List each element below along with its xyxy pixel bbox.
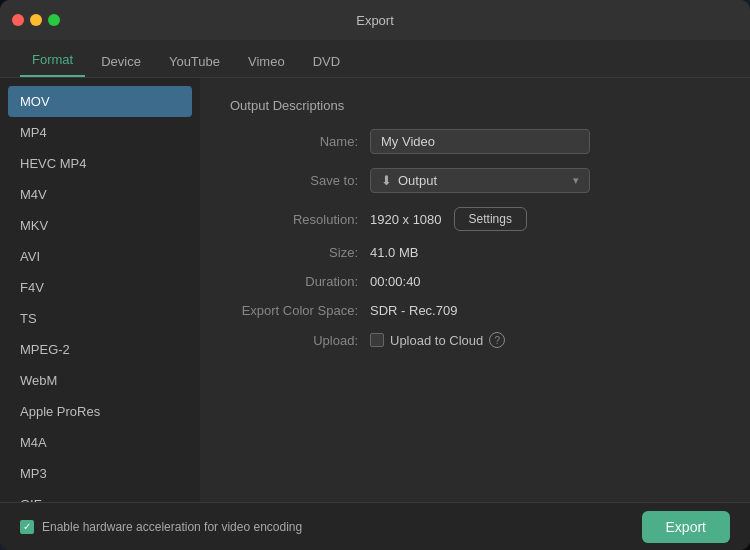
output-section-title: Output Descriptions [230,98,720,113]
export-button[interactable]: Export [642,511,730,543]
maximize-button[interactable] [48,14,60,26]
tab-youtube[interactable]: YouTube [157,46,232,77]
format-item-f4v[interactable]: F4V [0,272,200,303]
format-item-m4v[interactable]: M4V [0,179,200,210]
upload-row: Upload: Upload to Cloud ? [230,332,720,348]
folder-icon: ⬇ [381,173,392,188]
format-item-apple-prores[interactable]: Apple ProRes [0,396,200,427]
tab-vimeo[interactable]: Vimeo [236,46,297,77]
format-list: MOV MP4 HEVC MP4 M4V MKV AVI F4V TS [0,78,200,502]
settings-button[interactable]: Settings [454,207,527,231]
size-row: Size: 41.0 MB [230,245,720,260]
format-item-mp3[interactable]: MP3 [0,458,200,489]
save-to-row: Save to: ⬇ Output ▾ [230,168,720,193]
format-item-gif[interactable]: GIF [0,489,200,502]
tab-device[interactable]: Device [89,46,153,77]
format-item-ts[interactable]: TS [0,303,200,334]
resolution-row: Resolution: 1920 x 1080 Settings [230,207,720,231]
upload-content: Upload to Cloud ? [370,332,505,348]
name-label: Name: [230,134,370,149]
color-space-label: Export Color Space: [230,303,370,318]
format-item-m4a[interactable]: M4A [0,427,200,458]
upload-to-cloud-checkbox[interactable] [370,333,384,347]
name-row: Name: [230,129,720,154]
resolution-value: 1920 x 1080 [370,212,442,227]
chevron-down-icon: ▾ [573,174,579,187]
window-title: Export [356,13,394,28]
color-space-row: Export Color Space: SDR - Rec.709 [230,303,720,318]
color-space-value: SDR - Rec.709 [370,303,457,318]
hw-accel-label[interactable]: ✓ Enable hardware acceleration for video… [20,520,302,534]
tab-format[interactable]: Format [20,44,85,77]
tab-bar: Format Device YouTube Vimeo DVD [0,40,750,78]
resolution-label: Resolution: [230,212,370,227]
duration-row: Duration: 00:00:40 [230,274,720,289]
hw-accel-checkbox[interactable]: ✓ [20,520,34,534]
bottom-bar: ✓ Enable hardware acceleration for video… [0,502,750,550]
duration-label: Duration: [230,274,370,289]
duration-value: 00:00:40 [370,274,421,289]
format-item-mkv[interactable]: MKV [0,210,200,241]
minimize-button[interactable] [30,14,42,26]
save-to-value: Output [398,173,437,188]
title-bar: Export [0,0,750,40]
close-button[interactable] [12,14,24,26]
name-input[interactable] [370,129,590,154]
save-to-dropdown[interactable]: ⬇ Output ▾ [370,168,590,193]
save-to-label: Save to: [230,173,370,188]
format-item-avi[interactable]: AVI [0,241,200,272]
format-item-mov[interactable]: MOV [8,86,192,117]
upload-label: Upload: [230,333,370,348]
main-content: MOV MP4 HEVC MP4 M4V MKV AVI F4V TS [0,78,750,502]
tab-dvd[interactable]: DVD [301,46,352,77]
traffic-lights [12,14,60,26]
output-panel: Output Descriptions Name: Save to: ⬇ Out… [200,78,750,502]
size-label: Size: [230,245,370,260]
resolution-content: 1920 x 1080 Settings [370,207,527,231]
size-value: 41.0 MB [370,245,418,260]
format-item-mpeg2[interactable]: MPEG-2 [0,334,200,365]
info-icon[interactable]: ? [489,332,505,348]
format-item-mp4[interactable]: MP4 [0,117,200,148]
upload-to-cloud-label[interactable]: Upload to Cloud [370,333,483,348]
export-window: Export Format Device YouTube Vimeo DVD M… [0,0,750,550]
format-item-webm[interactable]: WebM [0,365,200,396]
format-item-hevc-mp4[interactable]: HEVC MP4 [0,148,200,179]
